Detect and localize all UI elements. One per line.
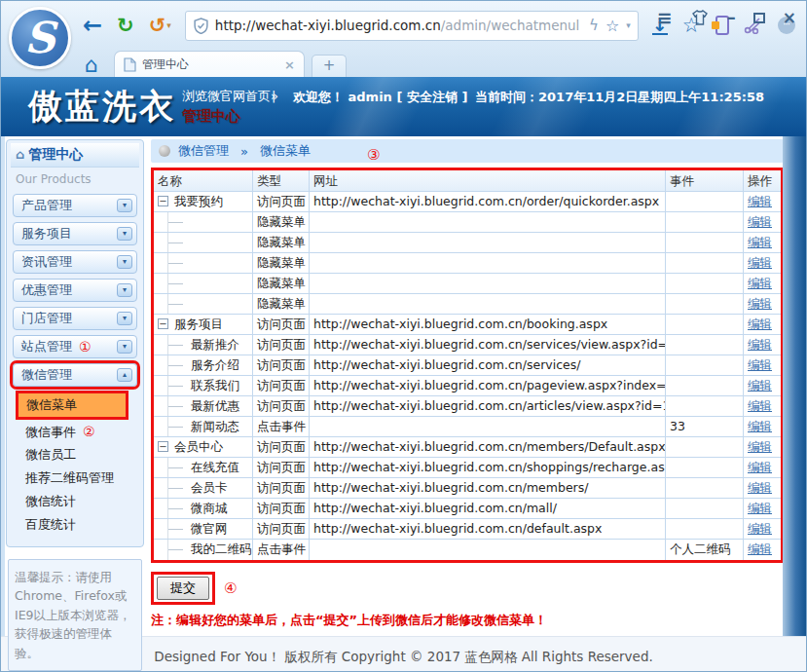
chevron-down-icon[interactable]: ▾ <box>117 255 132 269</box>
sidebar-item[interactable]: 产品管理▾ <box>13 194 137 217</box>
name-cell <box>154 294 253 315</box>
url-cell: http://wechat-xiyi.bluegrid.com.cn/booki… <box>310 315 666 335</box>
edit-link[interactable]: 编辑 <box>748 276 772 290</box>
event-cell <box>666 274 744 294</box>
browse-site-link[interactable]: 浏览微官网首页» <box>182 88 278 105</box>
minimize-icon[interactable]: – <box>727 13 736 22</box>
sidebar-item[interactable]: 站点管理①▾ <box>13 335 137 358</box>
sidebar-subitem[interactable]: 微信员工 <box>11 443 139 467</box>
bracket-open: [ <box>396 90 402 104</box>
sidebar-item-label: 门店管理 <box>21 310 72 327</box>
menu-name: 联系我们 <box>191 378 239 392</box>
edit-link[interactable]: 编辑 <box>748 214 772 229</box>
sidebar-subitem[interactable]: 微信菜单 <box>18 393 126 417</box>
sidebar-item-label: 站点管理 <box>21 338 72 355</box>
collapse-icon[interactable]: − <box>158 441 168 452</box>
edit-link[interactable]: 编辑 <box>748 480 772 495</box>
maximize-icon[interactable] <box>753 13 765 23</box>
action-cell: 编辑 <box>744 396 781 417</box>
new-tab-button[interactable]: + <box>312 55 347 77</box>
table-row: 隐藏菜单编辑 <box>154 253 781 274</box>
chevron-down-icon[interactable]: ▾ <box>117 312 132 325</box>
undo-icon[interactable]: ↺ <box>149 14 166 37</box>
sidebar-subitem[interactable]: 百度统计 <box>11 513 139 537</box>
event-cell: 33 <box>666 417 744 437</box>
event-cell <box>666 212 744 233</box>
refresh-icon[interactable]: ↻ <box>117 14 134 37</box>
edit-link[interactable]: 编辑 <box>748 419 772 433</box>
edit-link[interactable]: 编辑 <box>748 521 772 536</box>
type-cell: 访问页面 <box>253 355 310 376</box>
edit-link[interactable]: 编辑 <box>748 235 772 249</box>
action-cell: 编辑 <box>744 519 781 540</box>
menu-name: 新闻动态 <box>191 419 239 433</box>
undo-dropdown-icon[interactable]: ▾ <box>166 20 171 30</box>
url-text[interactable]: http://wechat-xiyi.bluegrid.com.cn/admin… <box>215 18 585 33</box>
edit-link[interactable]: 编辑 <box>748 255 772 270</box>
table-row: 服务介绍访问页面http://wechat-xiyi.bluegrid.com.… <box>154 355 781 376</box>
edit-link[interactable]: 编辑 <box>748 317 772 331</box>
back-icon[interactable]: ← <box>83 12 102 39</box>
address-bar[interactable]: http://wechat-xiyi.bluegrid.com.cn/admin… <box>185 11 639 41</box>
home-icon[interactable]: ⌂ <box>85 55 98 76</box>
site-banner: 傲蓝洗衣 浏览微官网首页» 管理中心 | 欢迎您！ admin [ 安全注销 ]… <box>1 77 806 136</box>
browser-menu-icon[interactable]: ≡ <box>657 7 673 28</box>
name-cell <box>154 233 253 253</box>
edit-link[interactable]: 编辑 <box>748 357 772 372</box>
sidebar-item[interactable]: 服务项目▾ <box>13 222 137 245</box>
chevron-down-icon[interactable]: ▾ <box>117 227 132 241</box>
chevron-down-icon[interactable]: ▾ <box>117 340 132 354</box>
sidebar-item[interactable]: 优惠管理▾ <box>13 279 137 302</box>
edit-link[interactable]: 编辑 <box>748 398 772 413</box>
breadcrumb-current[interactable]: 微信菜单 <box>260 142 311 160</box>
event-cell <box>666 437 744 458</box>
menu-name: 最新推介 <box>191 337 239 352</box>
browser-logo[interactable]: S <box>9 7 71 69</box>
url-dropdown-icon[interactable]: ▾ <box>626 20 631 30</box>
edit-link[interactable]: 编辑 <box>748 194 772 208</box>
skin-theme-icon[interactable] <box>690 10 710 25</box>
action-cell: 编辑 <box>744 192 781 212</box>
type-cell: 访问页面 <box>253 335 310 355</box>
sidebar-item[interactable]: 门店管理▾ <box>13 307 137 330</box>
browser-window: S ← ↻ ↺ ▾ http://wechat-xiyi.bluegrid.co… <box>0 0 807 672</box>
chevron-down-icon[interactable]: ▾ <box>117 283 132 297</box>
sidebar-item[interactable]: 资讯管理▾ <box>13 250 137 274</box>
edit-link[interactable]: 编辑 <box>748 501 772 515</box>
menu-name: 微官网 <box>191 521 228 536</box>
close-icon[interactable]: × <box>783 8 796 27</box>
collapse-icon[interactable]: − <box>158 318 168 329</box>
action-cell: 编辑 <box>744 253 781 274</box>
edit-link[interactable]: 编辑 <box>748 439 772 454</box>
sidebar-header-label: 管理中心 <box>28 146 83 162</box>
table-row: 我的二维码点击事件个人二维码编辑 <box>154 540 781 560</box>
tab-admin-center[interactable]: 管理中心 × <box>114 51 305 77</box>
action-cell: 编辑 <box>744 499 781 519</box>
url-cell <box>310 233 666 253</box>
bookmark-icon[interactable]: ☆ <box>605 17 619 35</box>
sidebar-subitem[interactable]: 微信统计 <box>11 490 139 513</box>
speed-mode-icon[interactable]: ϟ <box>589 17 599 34</box>
sidebar-subitem[interactable]: 推荐二维码管理 <box>11 467 139 490</box>
collapse-icon[interactable]: − <box>158 196 168 206</box>
edit-link[interactable]: 编辑 <box>748 378 772 392</box>
edit-link[interactable]: 编辑 <box>748 296 772 311</box>
table-row: −服务项目访问页面http://wechat-xiyi.bluegrid.com… <box>154 315 781 335</box>
edit-link[interactable]: 编辑 <box>748 541 772 556</box>
sidebar-subitem[interactable]: 微信事件② <box>11 420 139 443</box>
edit-link[interactable]: 编辑 <box>748 337 772 352</box>
sidebar-item-wechat-management[interactable]: 微信管理 ▴ <box>13 363 137 387</box>
type-cell: 隐藏菜单 <box>253 274 310 294</box>
breadcrumb-parent[interactable]: 微信管理 <box>178 142 229 160</box>
chevron-down-icon[interactable]: ▾ <box>117 199 132 212</box>
logout-link[interactable]: 安全注销 <box>407 90 458 104</box>
edit-link[interactable]: 编辑 <box>748 460 772 474</box>
name-cell: 微商城 <box>154 499 253 519</box>
submit-button[interactable]: 提交 <box>157 577 209 600</box>
type-cell: 点击事件 <box>253 417 310 437</box>
table-row: 微商城访问页面http://wechat-xiyi.bluegrid.com.c… <box>154 499 781 519</box>
annotation-4: ④ <box>224 579 237 597</box>
url-cell: http://wechat-xiyi.bluegrid.com.cn/servi… <box>310 335 666 355</box>
tab-close-icon[interactable]: × <box>284 57 295 72</box>
chevron-up-icon[interactable]: ▴ <box>117 368 132 382</box>
